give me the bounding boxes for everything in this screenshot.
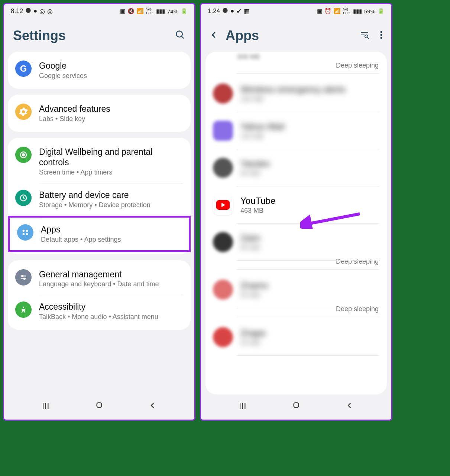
svg-point-7 — [26, 229, 28, 232]
nav-bar: III — [201, 394, 391, 420]
app-size: 50 MB — [240, 291, 379, 299]
search-icon[interactable] — [175, 30, 185, 42]
settings-item-wellbeing[interactable]: Digital Wellbeing and parental controls … — [8, 140, 191, 183]
settings-item-advanced-features[interactable]: Advanced features Labs • Side key — [8, 97, 191, 130]
nav-home-icon[interactable] — [292, 401, 300, 411]
phone-left-settings: 8:12 ● ◎ ◎ ▣ 🔇 📶 Vo)LTE1 ▮▮▮ 74% 🔋 Setti… — [3, 3, 195, 421]
status-time: 8:12 — [11, 7, 23, 15]
app-icon-blurred — [213, 158, 233, 178]
app-row[interactable]: Znape 40 MB — [205, 319, 387, 356]
google-icon: G — [15, 61, 32, 77]
battery-saver-icon: ▣ — [120, 8, 125, 14]
image-icon: ▦ — [244, 7, 250, 15]
app-row-youtube[interactable]: YouTube 463 MB — [205, 186, 387, 224]
item-title: Apps — [41, 224, 181, 235]
wifi-icon: 📶 — [334, 8, 341, 14]
apps-list[interactable]: 308 MB Deep sleeping Wireless emergency … — [201, 52, 391, 394]
item-title: General management — [39, 269, 183, 280]
phone-right-apps: 1:24 ● ✔ ▦ ▣ ⏰ 📶 Vo)LTE1 ▮▮▮ 59% 🔋 Apps — [200, 3, 392, 421]
app-title: Znamo — [240, 280, 379, 291]
item-title: Accessibility — [39, 301, 183, 312]
accessibility-icon — [15, 301, 32, 318]
volte-icon: Vo)LTE1 — [146, 7, 154, 15]
battery-saver-icon: ▣ — [317, 8, 322, 14]
svg-point-9 — [26, 233, 28, 235]
settings-card: G Google Google services — [8, 52, 191, 89]
settings-item-apps[interactable]: Apps Default apps • App settings — [8, 216, 191, 252]
sliders-icon — [15, 269, 32, 286]
settings-item-accessibility[interactable]: Accessibility TalkBack • Mono audio • As… — [8, 295, 191, 327]
nav-home-icon[interactable] — [95, 401, 103, 411]
app-row[interactable]: Zaim 80 MB — [205, 224, 387, 261]
settings-card: General management Language and keyboard… — [8, 260, 191, 330]
svg-line-2 — [182, 36, 184, 39]
status-bar: 1:24 ● ✔ ▦ ▣ ⏰ 📶 Vo)LTE1 ▮▮▮ 59% 🔋 — [201, 4, 391, 18]
app-size: 150 MB — [240, 133, 379, 140]
youtube-icon — [213, 195, 233, 215]
item-subtitle: Labs • Side key — [39, 115, 183, 123]
alarm-icon: ⏰ — [324, 8, 331, 14]
nav-recents-icon[interactable]: III — [239, 401, 246, 411]
svg-point-22 — [381, 34, 382, 36]
app-row[interactable]: Wireless emergency alerts 200 MB — [205, 75, 387, 112]
gear-icon — [15, 104, 32, 120]
back-icon[interactable] — [210, 30, 218, 42]
item-subtitle: Google services — [39, 72, 183, 80]
app-title: Wireless emergency alerts — [240, 84, 379, 95]
app-size: 90 MB — [240, 170, 379, 177]
item-title: Advanced features — [39, 104, 183, 114]
settings-item-battery[interactable]: Battery and device care Storage • Memory… — [8, 183, 191, 216]
app-title: Zaim — [240, 233, 379, 243]
app-size: 40 MB — [240, 339, 379, 347]
svg-point-8 — [23, 233, 25, 235]
settings-card: Advanced features Labs • Side key — [8, 95, 191, 132]
svg-point-19 — [365, 35, 368, 38]
battery-icon: 🔋 — [378, 8, 385, 14]
volte-icon: Vo)LTE1 — [343, 7, 351, 15]
app-size: 463 MB — [240, 207, 379, 215]
battery-care-icon — [15, 190, 32, 206]
settings-list[interactable]: G Google Google services Advanced featur… — [4, 52, 194, 394]
app-icon-blurred — [213, 121, 233, 141]
nav-recents-icon[interactable]: III — [42, 401, 49, 411]
app-partial-size: 308 MB — [205, 52, 387, 65]
app-row[interactable]: Yahoo Mail 150 MB — [205, 112, 387, 149]
svg-rect-15 — [97, 403, 102, 408]
app-row[interactable]: Znamo 50 MB — [205, 271, 387, 308]
app-row[interactable]: Yandex 90 MB — [205, 149, 387, 186]
svg-line-20 — [368, 38, 369, 39]
nav-back-icon[interactable] — [149, 401, 156, 411]
whatsapp-icon — [25, 7, 31, 15]
svg-rect-28 — [294, 403, 299, 408]
app-size: 200 MB — [240, 95, 379, 103]
nav-back-icon[interactable] — [346, 401, 353, 411]
message-icon: ● — [33, 7, 37, 15]
app-icon-blurred — [213, 280, 233, 300]
app-title: Yandex — [240, 159, 379, 169]
app-icon-blurred — [213, 84, 233, 104]
filter-search-icon[interactable] — [359, 30, 370, 42]
nav-bar: III — [4, 394, 194, 420]
more-icon[interactable] — [380, 30, 382, 41]
app-icon-blurred — [213, 232, 233, 252]
svg-point-21 — [381, 31, 382, 33]
battery-percent: 74% — [167, 8, 178, 14]
app-title: Znape — [240, 328, 379, 338]
settings-header: Settings — [4, 18, 194, 52]
svg-point-6 — [23, 229, 25, 232]
item-subtitle: Storage • Memory • Device protection — [39, 201, 183, 209]
instagram-icon: ◎ — [47, 7, 53, 15]
battery-icon: 🔋 — [181, 8, 188, 14]
signal-icon: ▮▮▮ — [353, 8, 362, 14]
whatsapp-icon — [222, 7, 228, 15]
settings-item-general[interactable]: General management Language and keyboard… — [8, 263, 191, 295]
svg-point-1 — [177, 31, 182, 37]
settings-item-google[interactable]: G Google Google services — [8, 54, 191, 87]
check-icon: ✔ — [236, 7, 242, 15]
instagram-icon: ◎ — [39, 7, 45, 15]
page-title: Apps — [226, 28, 259, 43]
apps-header: Apps — [201, 18, 391, 52]
app-title: Yahoo Mail — [240, 121, 379, 132]
item-subtitle: TalkBack • Mono audio • Assistant menu — [39, 313, 183, 321]
settings-card: Digital Wellbeing and parental controls … — [8, 138, 191, 254]
